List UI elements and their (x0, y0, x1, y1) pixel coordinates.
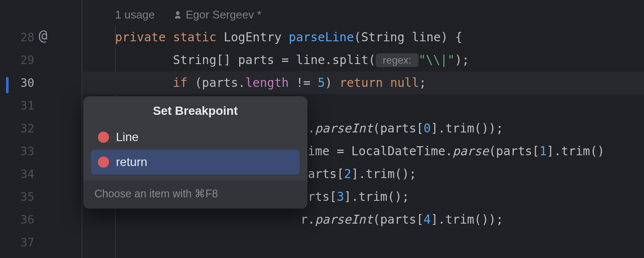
breakpoint-icon (98, 157, 109, 168)
breakpoint-icon (98, 132, 109, 143)
token-plain: ].trim()); (431, 121, 503, 135)
token-plain: (parts. (194, 76, 245, 90)
token-keyword: private (115, 30, 166, 44)
token-plain: arts[ (308, 167, 344, 181)
code-line-active[interactable]: if (parts.length != 5) return null; (82, 71, 644, 94)
active-line-marker (6, 77, 9, 93)
usages-hint[interactable]: 1 usage (115, 8, 155, 22)
token-static: parseInt (315, 212, 373, 227)
token-keyword: static (173, 30, 216, 44)
override-icon[interactable]: @ (39, 27, 47, 44)
token-plain: (String line) { (354, 30, 462, 44)
breakpoint-option-line[interactable]: Line (91, 125, 300, 150)
token-plain: ); (455, 53, 469, 67)
token-static: parseInt (315, 121, 373, 135)
breakpoint-popup: Set Breakpoint Line return Choose an ite… (83, 96, 307, 209)
code-editor: @ 28 29 30 31 32 33 34 35 36 37 1 usage … (0, 0, 644, 258)
line-number[interactable]: 36 (0, 208, 82, 231)
line-number[interactable]: 34 (0, 163, 82, 185)
author-name: Egor Sergeev * (186, 8, 261, 22)
line-number[interactable]: 31 (0, 94, 82, 117)
popup-items: Line return (83, 125, 307, 181)
token-keyword: return (340, 76, 383, 90)
token-plain: != (289, 76, 318, 90)
person-icon (174, 11, 182, 18)
breakpoint-option-return[interactable]: return (91, 150, 300, 175)
token-number: 1 (539, 144, 547, 158)
line-number[interactable]: 32 (0, 117, 82, 140)
line-number[interactable]: 37 (0, 231, 82, 254)
popup-title: Set Breakpoint (83, 96, 307, 125)
token-number: 3 (337, 190, 344, 204)
token-number: 2 (344, 167, 351, 181)
token-type: LogEntry (224, 30, 282, 44)
token-plain: rts[ (308, 190, 337, 204)
token-keyword: if (115, 76, 194, 90)
inlay-hints: 1 usage Egor Sergeev * (82, 3, 644, 26)
line-number[interactable]: 35 (0, 185, 82, 208)
parameter-hint: regex: (376, 53, 419, 67)
token-function: parseLine (289, 30, 354, 44)
token-keyword: null (383, 76, 419, 90)
token-number: 4 (424, 212, 431, 227)
line-number[interactable]: 30 (0, 71, 82, 94)
token-plain: (parts[ (373, 121, 424, 135)
token-plain: (parts[ (489, 144, 539, 158)
code-line[interactable] (82, 231, 644, 254)
token-plain: ].trim() (547, 144, 605, 158)
token-plain: ].trim(); (351, 167, 416, 181)
token-plain: ].trim(); (344, 190, 409, 204)
token-string: "\\|" (419, 53, 455, 67)
code-line[interactable]: String[] parts = line.split( regex: "\\|… (82, 49, 644, 71)
token-number: 5 (318, 76, 325, 90)
line-number[interactable]: 33 (0, 140, 82, 163)
popup-hint: Choose an item with ⌘F8 (83, 181, 307, 209)
token-plain: ; (419, 76, 426, 90)
token-static: parse (453, 144, 489, 158)
token-field: length (245, 76, 289, 90)
token-plain: r. (301, 212, 315, 227)
token-plain: String[] parts = line.split( (115, 53, 376, 67)
token-plain: ) (325, 76, 340, 90)
token-plain: (parts[ (373, 212, 424, 227)
code-line[interactable]: r.parseInt(parts[4].trim()); (82, 208, 644, 231)
code-line[interactable]: private static LogEntry parseLine(String… (82, 26, 644, 49)
gutter[interactable]: @ 28 29 30 31 32 33 34 35 36 37 (0, 0, 82, 258)
token-number: 0 (424, 121, 431, 135)
token-plain: ime = LocalDateTime. (308, 144, 453, 158)
token-plain: ].trim()); (431, 212, 503, 227)
author-hint[interactable]: Egor Sergeev * (174, 8, 261, 22)
line-number[interactable]: 29 (0, 49, 82, 71)
option-label: return (116, 155, 147, 169)
option-label: Line (116, 130, 139, 144)
